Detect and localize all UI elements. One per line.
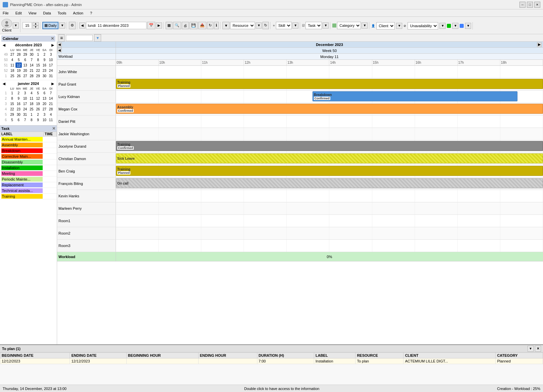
app-title: PlanningPME Orion - after-sales.pp - Adm… xyxy=(10,3,519,7)
dec-next-btn[interactable]: ▶ xyxy=(51,43,54,47)
toggle-blue[interactable] xyxy=(460,24,464,28)
event-bar[interactable]: TrainingConfirmed xyxy=(116,141,543,151)
bottom-close-btn[interactable]: ✕ xyxy=(535,346,541,352)
maximize-button[interactable]: □ xyxy=(527,2,533,8)
workload-bar: 0% xyxy=(116,252,543,261)
skill-select[interactable]: Skill xyxy=(276,22,292,29)
resource-select[interactable]: Resource xyxy=(230,22,255,29)
save-btn[interactable]: 💾 xyxy=(190,22,198,29)
num-group: ▲ ▼ xyxy=(23,22,40,29)
resource-timeline xyxy=(116,66,543,78)
event-bar[interactable]: TrainingPlanned xyxy=(116,166,543,176)
time-label: 10h xyxy=(159,60,201,65)
menu-view[interactable]: View xyxy=(27,10,38,16)
task-icon: ☑ xyxy=(302,24,305,27)
filter-btn[interactable]: ▼ xyxy=(222,22,229,29)
view-dropdown-btn[interactable]: ▼ xyxy=(59,22,65,29)
bottom-dropdown-btn[interactable]: ▼ xyxy=(528,346,534,352)
event-bar[interactable]: TrainingPlanned xyxy=(116,79,543,89)
menu-action[interactable]: Action xyxy=(72,10,85,16)
timeline-cell xyxy=(329,115,372,128)
task-item-time xyxy=(44,137,57,142)
next-btn[interactable]: ▶ xyxy=(156,22,162,29)
task-list-item[interactable]: Meeting xyxy=(0,171,57,177)
resource-dropdown-btn[interactable]: ▼ xyxy=(256,22,262,29)
toggle-green-dropdown[interactable]: ▼ xyxy=(452,23,458,29)
event-bar[interactable]: Sick Leave xyxy=(116,153,543,163)
resource-refresh-btn[interactable]: ↻ xyxy=(262,22,269,29)
task-select[interactable]: Task xyxy=(305,22,322,29)
grid-btn[interactable]: ▦ xyxy=(166,22,172,29)
category-select[interactable]: Category xyxy=(337,22,361,29)
info-btn[interactable]: ℹ xyxy=(214,22,219,29)
client-dropdown-btn[interactable]: ▼ xyxy=(13,22,19,29)
timeline-cell xyxy=(116,128,159,140)
daily-view-btn[interactable]: ▦ Daily xyxy=(42,22,58,29)
refresh-btn[interactable]: ↻ xyxy=(207,22,213,29)
time-label: 11h xyxy=(201,60,244,65)
timeline-cell xyxy=(458,190,500,202)
task-list-item[interactable]: Corrective Main... xyxy=(0,154,57,159)
toggle-green[interactable] xyxy=(447,24,451,28)
dec-calendar: ◀ décembre 2023 ▶ LUMAMEJEVESADI 49 2728… xyxy=(1,42,55,80)
date-input[interactable] xyxy=(86,22,147,29)
timeline-cell xyxy=(372,240,415,252)
resource-timeline: TrainingConfirmed xyxy=(116,140,543,152)
task-dropdown-btn[interactable]: ▼ xyxy=(323,22,329,29)
to-plan-row[interactable]: 12/12/2023 12/12/2023 7:00 Installation … xyxy=(0,358,543,364)
month-header-label-cell: ◀ xyxy=(57,42,116,47)
client-bottom-select[interactable]: Client xyxy=(376,22,395,30)
toggle-blue-dropdown[interactable]: ▼ xyxy=(465,23,471,29)
menu-edit[interactable]: Edit xyxy=(14,10,23,16)
sched-week-left-btn[interactable]: ◀ xyxy=(57,48,62,52)
resource-rows: John WhitePaul GrantTrainingPlannedLucy … xyxy=(57,66,543,261)
close-button[interactable]: ✕ xyxy=(534,2,540,8)
task-close-btn[interactable]: ✕ xyxy=(52,126,55,131)
timeline-cell xyxy=(458,115,500,128)
filter-toolbar-btn[interactable]: ▼ xyxy=(94,34,101,42)
resource-timeline xyxy=(116,202,543,214)
unavailability-dropdown-btn[interactable]: ▼ xyxy=(440,23,446,29)
category-dropdown-btn[interactable]: ▼ xyxy=(362,22,368,29)
task-list-item[interactable]: Replacement xyxy=(0,182,57,188)
unavailability-select[interactable]: Unavailability xyxy=(408,22,438,30)
event-bar[interactable]: BreakdownConfirmed xyxy=(312,91,517,101)
task-list-item[interactable]: Installation xyxy=(0,165,57,171)
skill-dropdown-btn[interactable]: ▼ xyxy=(292,22,298,29)
task-list-item[interactable]: Breakdown xyxy=(0,148,57,154)
menu-data[interactable]: Data xyxy=(42,10,52,16)
task-title: Task xyxy=(1,127,9,131)
jan-next-btn[interactable]: ▶ xyxy=(51,82,54,86)
event-bar[interactable]: AssemblyConfirmed xyxy=(116,104,543,114)
minimize-button[interactable]: ─ xyxy=(519,2,526,8)
task-list-item[interactable]: Periodic Mainte... xyxy=(0,177,57,182)
client-bottom-dropdown-btn[interactable]: ▼ xyxy=(396,23,402,29)
sort-btn[interactable]: ≡ xyxy=(58,34,65,42)
task-list-item[interactable]: Technical assista... xyxy=(0,188,57,194)
prev-btn[interactable]: ◀ xyxy=(79,22,85,29)
task-list-item[interactable]: Annual Mainten... xyxy=(0,137,57,142)
jan-prev-btn[interactable]: ◀ xyxy=(3,82,5,86)
num-up-btn[interactable]: ▲ xyxy=(33,22,39,26)
event-bar[interactable]: On call xyxy=(116,178,543,188)
print-btn[interactable]: 🖨 xyxy=(182,22,189,29)
menu-tools[interactable]: Tools xyxy=(56,10,68,16)
task-col-time: TIME xyxy=(44,132,57,137)
sched-right-btn[interactable]: ▶ xyxy=(537,42,542,47)
task-list-item[interactable]: Assembly xyxy=(0,142,57,148)
menu-help[interactable]: ? xyxy=(89,10,93,16)
calendar-icon-btn[interactable]: 📅 xyxy=(147,22,155,29)
dec-prev-btn[interactable]: ◀ xyxy=(3,43,5,47)
export-btn[interactable]: 📤 xyxy=(198,22,206,29)
calendar-close-btn[interactable]: ✕ xyxy=(51,36,54,41)
config-btn[interactable]: ⚙ xyxy=(69,22,76,29)
num-down-btn[interactable]: ▼ xyxy=(33,26,39,29)
search-btn[interactable]: 🔍 xyxy=(173,22,181,29)
sort-input[interactable] xyxy=(66,35,93,41)
col-edate: ENDING DATE xyxy=(70,353,126,358)
task-list-item[interactable]: Training xyxy=(0,194,57,199)
task-list-item[interactable]: Disassembly xyxy=(0,159,57,165)
sched-left-btn[interactable]: ◀ xyxy=(57,42,62,47)
menu-file[interactable]: File xyxy=(1,10,10,16)
day-count-input[interactable] xyxy=(23,22,32,29)
